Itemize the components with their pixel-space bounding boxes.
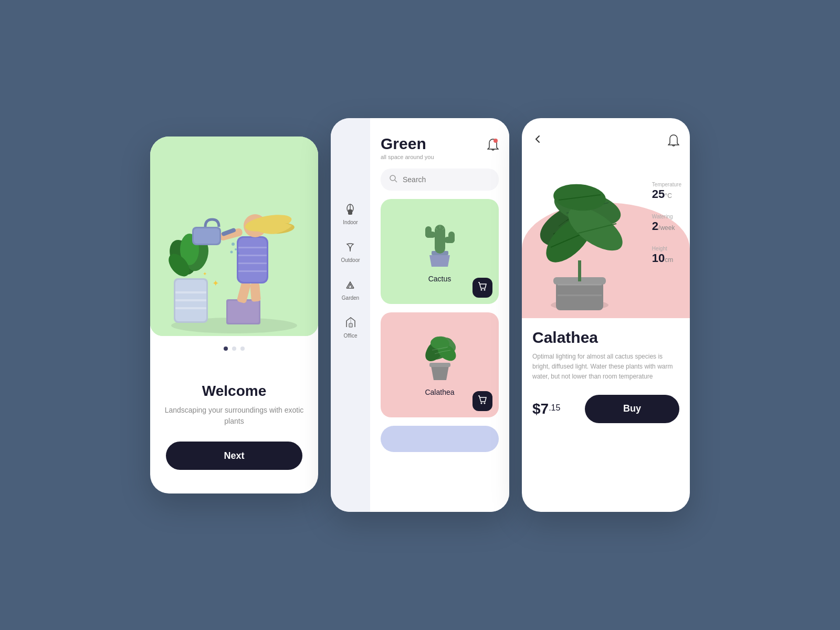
app-title: Green [381, 135, 434, 153]
detail-screen: Temperature 25°C Watering 2/week Height … [522, 118, 690, 512]
sidebar: Indoor Outdoor [331, 118, 370, 512]
app-subtitle: all space around you [381, 154, 434, 160]
cactus-name: Cactus [428, 275, 452, 283]
dot-3 [240, 346, 245, 351]
sidebar-item-indoor[interactable]: Indoor [343, 202, 358, 225]
svg-text:✦: ✦ [203, 271, 207, 277]
calathea-image [416, 321, 464, 384]
svg-point-61 [481, 403, 482, 404]
temperature-stat: Temperature 25°C [652, 182, 681, 201]
svg-rect-20 [238, 255, 267, 256]
garden-icon [344, 278, 356, 293]
search-icon [389, 174, 397, 185]
office-label: Office [344, 333, 358, 339]
dot-1 [224, 346, 228, 351]
svg-rect-47 [425, 226, 432, 238]
welcome-subtitle: Landscaping your surroundings with exoti… [163, 405, 306, 427]
watering-stat: Watering 2/week [652, 214, 681, 233]
outdoor-icon [344, 240, 356, 255]
svg-point-62 [484, 403, 486, 404]
indoor-label: Indoor [343, 219, 358, 225]
cactus-card[interactable]: Cactus [381, 199, 499, 304]
svg-rect-5 [175, 299, 206, 301]
svg-text:✦: ✦ [212, 279, 219, 288]
watering-value: 2/week [652, 219, 681, 233]
svg-point-33 [237, 252, 239, 254]
buy-button[interactable]: Buy [585, 395, 679, 423]
welcome-screen: ✦ ✦ [150, 136, 318, 494]
height-value: 10cm [652, 251, 681, 265]
plant-description: Optimal lighting for almost all cactus s… [532, 352, 679, 382]
garden-label: Garden [342, 295, 359, 301]
temperature-value: 25°C [652, 187, 681, 201]
svg-rect-14 [228, 301, 259, 323]
svg-rect-28 [194, 228, 219, 244]
cactus-image [420, 207, 459, 270]
svg-rect-49 [448, 232, 455, 243]
search-bar[interactable] [381, 169, 499, 191]
svg-rect-6 [175, 307, 206, 309]
sidebar-item-outdoor[interactable]: Outdoor [341, 240, 360, 263]
detail-content: Calathea Optimal lighting for almost all… [522, 318, 690, 512]
svg-point-41 [494, 139, 498, 143]
svg-line-43 [395, 180, 397, 182]
browse-screen: Indoor Outdoor [331, 118, 509, 512]
cart-icon-calathea [478, 395, 487, 407]
office-icon [345, 316, 356, 331]
screens-container: ✦ ✦ [150, 118, 690, 512]
price-buy-row: $7.15 Buy [532, 395, 679, 423]
height-label: Height [652, 246, 681, 251]
svg-rect-81 [558, 295, 602, 296]
detail-header [522, 118, 690, 150]
detail-hero: Temperature 25°C Watering 2/week Height … [522, 150, 690, 318]
svg-rect-19 [238, 247, 267, 248]
plant-detail-name: Calathea [532, 329, 679, 346]
bottom-pill [381, 426, 499, 452]
page-dots [224, 346, 245, 351]
hero-illustration: ✦ ✦ [150, 136, 318, 336]
sidebar-item-garden[interactable]: Garden [342, 278, 359, 301]
detail-stats: Temperature 25°C Watering 2/week Height … [652, 182, 681, 265]
app-header: Green all space around you [370, 118, 509, 169]
calathea-cart-btn[interactable] [472, 391, 492, 411]
temperature-label: Temperature [652, 182, 681, 187]
svg-point-31 [235, 248, 237, 250]
bell-icon[interactable] [487, 138, 499, 154]
cactus-cart-btn[interactable] [472, 278, 492, 298]
welcome-title: Welcome [202, 383, 266, 400]
detail-bell-icon[interactable] [668, 134, 679, 150]
outdoor-label: Outdoor [341, 257, 360, 263]
plants-grid: Cactus [370, 199, 509, 417]
calathea-name: Calathea [425, 388, 454, 396]
price-display: $7.15 [532, 401, 560, 417]
svg-rect-4 [175, 291, 206, 293]
svg-rect-55 [429, 363, 450, 367]
svg-rect-21 [238, 262, 267, 264]
search-input[interactable] [403, 175, 490, 184]
back-button[interactable] [532, 134, 543, 147]
svg-rect-22 [238, 270, 267, 272]
price-cents: .15 [549, 403, 560, 412]
svg-point-32 [230, 251, 233, 254]
calathea-card[interactable]: Calathea [381, 312, 499, 417]
main-content: Green all space around you [370, 118, 509, 512]
sidebar-item-office[interactable]: Office [344, 316, 358, 339]
svg-point-53 [481, 289, 482, 291]
svg-point-54 [484, 289, 486, 291]
price-main: $7 [532, 401, 549, 417]
svg-rect-18 [238, 238, 267, 282]
height-stat: Height 10cm [652, 246, 681, 265]
svg-point-42 [390, 175, 395, 181]
next-button[interactable]: Next [166, 442, 302, 470]
dot-2 [232, 346, 236, 351]
indoor-icon [344, 202, 356, 217]
watering-label: Watering [652, 214, 681, 219]
svg-rect-16 [250, 282, 261, 301]
svg-rect-80 [558, 284, 602, 286]
svg-point-30 [232, 243, 235, 246]
cart-icon-cactus [478, 282, 487, 293]
